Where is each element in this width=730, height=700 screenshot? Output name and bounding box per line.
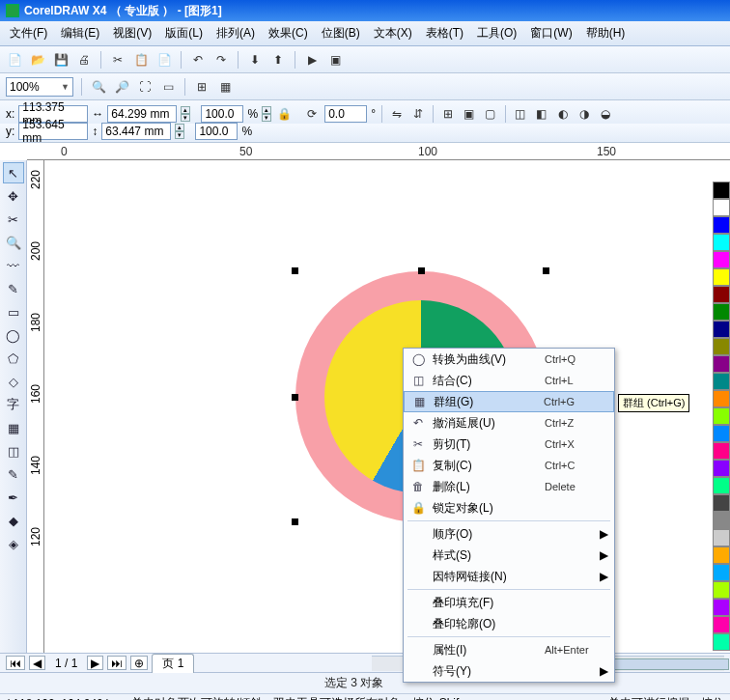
context-menu-item[interactable]: 顺序(O)▶ [404, 523, 614, 545]
selection-handle[interactable] [292, 518, 298, 525]
copy-icon[interactable]: 📋 [132, 51, 150, 69]
table-tool[interactable]: ▦ [3, 417, 24, 438]
color-swatch[interactable] [713, 581, 730, 599]
color-swatch[interactable] [713, 477, 730, 494]
menu-item[interactable]: 工具(O) [471, 23, 522, 43]
color-swatch[interactable] [713, 321, 730, 338]
first-page-button[interactable]: ⏮ [6, 656, 25, 670]
mirror-h-icon[interactable]: ⇋ [388, 105, 406, 123]
context-menu-item[interactable]: ▦群组(G)Ctrl+G [404, 391, 614, 412]
combine-icon[interactable]: ◫ [512, 105, 529, 123]
color-swatch[interactable] [713, 616, 730, 633]
context-menu-item[interactable]: 样式(S)▶ [404, 545, 614, 566]
color-swatch[interactable] [713, 599, 730, 616]
menu-item[interactable]: 位图(B) [316, 23, 366, 43]
trim-icon[interactable]: ◑ [576, 105, 593, 123]
cut-icon[interactable]: ✂ [109, 51, 126, 69]
context-menu-item[interactable]: 🗑删除(L)Delete [404, 476, 614, 497]
color-swatch[interactable] [713, 494, 730, 512]
page-tab[interactable]: 页 1 [152, 654, 194, 673]
rot-field[interactable]: 0.0 [324, 105, 367, 123]
menu-item[interactable]: 帮助(H) [580, 23, 632, 43]
context-menu-item[interactable]: 叠印填充(F) [404, 592, 614, 613]
color-swatch[interactable] [713, 512, 730, 529]
polygon-tool[interactable]: ⬠ [3, 348, 24, 369]
weld-icon[interactable]: ◐ [554, 105, 572, 123]
zoom-page-icon[interactable]: ▭ [159, 78, 177, 96]
fill-tool[interactable]: ◆ [3, 510, 24, 531]
group-icon[interactable]: ▣ [461, 105, 478, 123]
context-menu-item[interactable]: 📋复制(C)Ctrl+C [404, 455, 614, 476]
selection-handle[interactable] [292, 394, 298, 401]
export-icon[interactable]: ⬆ [269, 51, 287, 69]
context-menu-item[interactable]: 符号(Y)▶ [404, 660, 614, 682]
color-swatch[interactable] [713, 199, 730, 216]
new-icon[interactable]: 📄 [6, 51, 23, 69]
zoom-tool[interactable]: 🔍 [3, 232, 24, 253]
menu-item[interactable]: 文本(X) [368, 23, 418, 43]
menu-item[interactable]: 文件(F) [4, 23, 53, 43]
last-page-button[interactable]: ⏭ [107, 656, 126, 670]
w-field[interactable]: 64.299 mm [107, 105, 177, 123]
color-swatch[interactable] [713, 390, 730, 407]
y-field[interactable]: 153.645 mm [18, 123, 88, 140]
context-menu-item[interactable]: 属性(I)Alt+Enter [404, 639, 614, 660]
zoom-out-icon[interactable]: 🔎 [113, 78, 130, 96]
menu-item[interactable]: 表格(T) [420, 23, 469, 43]
rectangle-tool[interactable]: ▭ [3, 301, 24, 322]
prev-page-button[interactable]: ◀ [29, 656, 45, 670]
mirror-v-icon[interactable]: ⇵ [409, 105, 427, 123]
blend-tool[interactable]: ◫ [3, 440, 24, 462]
interactive-fill-tool[interactable]: ◈ [3, 533, 24, 554]
color-swatch[interactable] [713, 546, 730, 564]
zoom-combo[interactable]: 100% ▼ [6, 77, 73, 97]
menu-item[interactable]: 窗口(W) [524, 23, 577, 43]
color-swatch[interactable] [713, 268, 730, 286]
welcome-icon[interactable]: ▣ [326, 51, 344, 69]
context-menu-item[interactable]: 因特网链接(N)▶ [404, 566, 614, 587]
outline-tool[interactable]: ✒ [3, 487, 24, 508]
menu-item[interactable]: 视图(V) [107, 23, 157, 43]
scaley-field[interactable]: 100.0 [195, 123, 238, 140]
h-field[interactable]: 63.447 mm [101, 123, 171, 140]
paste-icon[interactable]: 📄 [155, 51, 173, 69]
color-swatch[interactable] [713, 234, 730, 251]
menu-item[interactable]: 排列(A) [211, 23, 261, 43]
open-icon[interactable]: 📂 [29, 51, 46, 69]
app-launch-icon[interactable]: ▶ [303, 51, 321, 69]
ellipse-tool[interactable]: ◯ [3, 324, 24, 346]
snap-icon[interactable]: ⊞ [193, 78, 211, 96]
color-swatch[interactable] [713, 338, 730, 355]
color-swatch[interactable] [713, 460, 730, 477]
shape-tool[interactable]: ✥ [3, 185, 24, 207]
align-icon[interactable]: ⊞ [439, 105, 457, 123]
selection-handle[interactable] [418, 267, 425, 274]
menu-item[interactable]: 效果(C) [263, 23, 314, 43]
print-icon[interactable]: 🖨 [75, 51, 93, 69]
color-swatch[interactable] [713, 373, 730, 390]
zoom-in-icon[interactable]: 🔍 [90, 78, 107, 96]
scalex-field[interactable]: 100.0 [201, 105, 243, 123]
redo-icon[interactable]: ↷ [212, 51, 230, 69]
context-menu-item[interactable]: 🔒锁定对象(L) [404, 497, 614, 518]
context-menu-item[interactable]: 叠印轮廓(O) [404, 613, 614, 634]
color-swatch[interactable] [713, 442, 730, 460]
zoom-fit-icon[interactable]: ⛶ [136, 78, 154, 96]
color-swatch[interactable] [713, 216, 730, 234]
next-page-button[interactable]: ▶ [87, 656, 103, 670]
text-tool[interactable]: 字 [3, 394, 24, 415]
color-swatch[interactable] [713, 425, 730, 442]
selection-handle[interactable] [292, 267, 298, 274]
context-menu-item[interactable]: ↶撤消延展(U)Ctrl+Z [404, 412, 614, 434]
selection-handle[interactable] [543, 267, 549, 274]
smart-tool[interactable]: ✎ [3, 278, 24, 299]
color-swatch[interactable] [713, 529, 730, 546]
basic-shapes-tool[interactable]: ◇ [3, 371, 24, 392]
color-swatch[interactable] [713, 182, 730, 199]
color-swatch[interactable] [713, 564, 730, 581]
eyedropper-tool[interactable]: ✎ [3, 463, 24, 485]
undo-icon[interactable]: ↶ [189, 51, 207, 69]
save-icon[interactable]: 💾 [52, 51, 70, 69]
lock-ratio-icon[interactable]: 🔒 [275, 105, 293, 123]
intersect-icon[interactable]: ◒ [597, 105, 614, 123]
